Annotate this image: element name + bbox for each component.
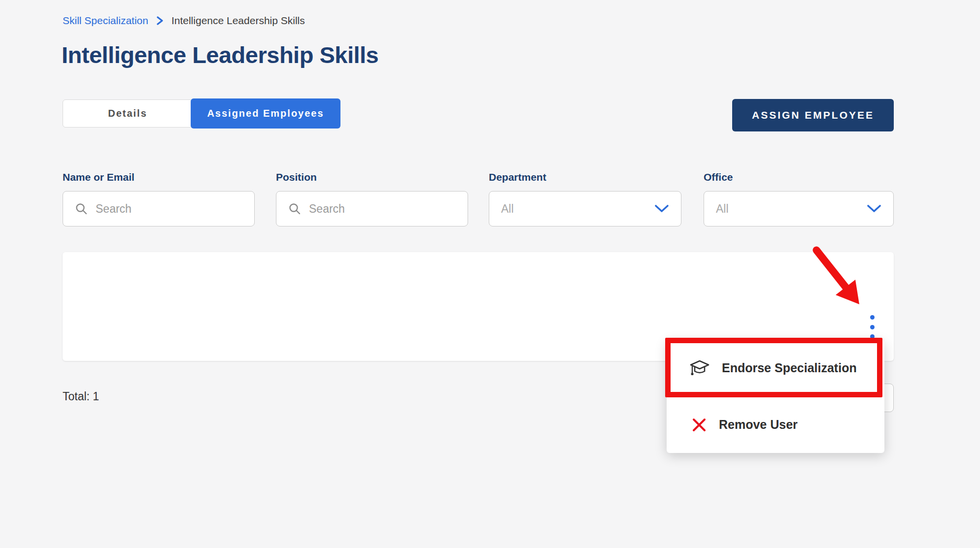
name-or-email-search-field[interactable] bbox=[63, 191, 255, 226]
tab-group: Details Assigned Employees bbox=[63, 98, 340, 129]
row-actions-kebab-menu-icon[interactable] bbox=[867, 315, 877, 339]
menu-item-label: Endorse Specialization bbox=[722, 361, 857, 375]
filter-label-position: Position bbox=[276, 171, 468, 183]
menu-item-endorse-specialization[interactable]: Endorse Specialization bbox=[667, 340, 884, 396]
tab-details[interactable]: Details bbox=[63, 99, 193, 128]
filter-department: Department All bbox=[489, 171, 681, 226]
filter-office: Office All bbox=[704, 171, 894, 226]
breadcrumb-link-skill-specialization[interactable]: Skill Specialization bbox=[63, 15, 148, 27]
remove-x-icon bbox=[691, 417, 707, 433]
position-search-field[interactable] bbox=[276, 191, 468, 226]
department-select-value: All bbox=[501, 202, 646, 216]
graduation-cap-icon bbox=[689, 359, 710, 377]
tab-assigned-employees[interactable]: Assigned Employees bbox=[191, 98, 340, 129]
filter-label-name-or-email: Name or Email bbox=[63, 171, 255, 183]
filter-label-office: Office bbox=[704, 171, 894, 183]
assign-employee-button[interactable]: ASSIGN EMPLOYEE bbox=[732, 99, 894, 131]
search-icon bbox=[288, 202, 301, 215]
office-select[interactable]: All bbox=[704, 191, 894, 226]
name-or-email-search-input[interactable] bbox=[96, 202, 242, 216]
page-title: Intelligence Leadership Skills bbox=[62, 41, 378, 68]
total-count: Total: 1 bbox=[63, 390, 99, 403]
menu-item-remove-user[interactable]: Remove User bbox=[667, 396, 884, 453]
position-search-input[interactable] bbox=[309, 202, 456, 216]
department-select[interactable]: All bbox=[489, 191, 681, 226]
office-select-value: All bbox=[716, 202, 859, 216]
menu-item-label: Remove User bbox=[719, 418, 798, 432]
filter-name-or-email: Name or Email bbox=[63, 171, 255, 226]
page: Skill Specialization Intelligence Leader… bbox=[0, 0, 980, 548]
filter-position: Position bbox=[276, 171, 468, 226]
breadcrumb: Skill Specialization Intelligence Leader… bbox=[63, 15, 305, 27]
chevron-down-icon bbox=[867, 204, 881, 213]
breadcrumb-chevron-icon bbox=[156, 16, 164, 26]
filter-label-department: Department bbox=[489, 171, 681, 183]
row-context-menu: Endorse Specialization Remove User bbox=[667, 340, 884, 453]
chevron-down-icon bbox=[654, 204, 669, 213]
breadcrumb-current: Intelligence Leadership Skills bbox=[171, 15, 305, 27]
search-icon bbox=[75, 202, 88, 215]
